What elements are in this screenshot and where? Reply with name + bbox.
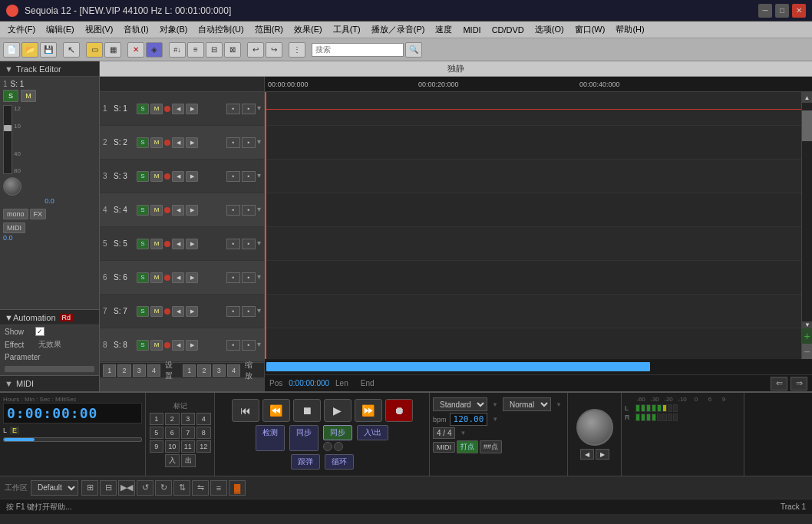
timeline-track-8[interactable] [265, 328, 801, 359]
ws-icon-4[interactable]: ↺ [137, 480, 153, 496]
track-7-expand[interactable]: ▾ [257, 306, 261, 317]
track-2-btn2[interactable]: ▪ [242, 137, 256, 148]
workspace-select[interactable]: Default [31, 480, 78, 496]
scroll-thumb[interactable] [802, 110, 812, 141]
loop-button[interactable]: 循环 [325, 454, 354, 470]
track-3-expand[interactable]: ▾ [257, 171, 261, 182]
pan-knob[interactable] [3, 177, 21, 196]
marker-9[interactable]: 9 [150, 440, 164, 453]
track-4-solo[interactable]: S [137, 205, 149, 216]
track-1-solo[interactable]: S [137, 104, 149, 114]
timeline-track-1[interactable] [265, 92, 801, 126]
track-8-solo[interactable]: S [137, 340, 149, 351]
solo-button[interactable]: S [3, 90, 18, 102]
search-button[interactable]: 🔍 [405, 42, 422, 58]
track-8-btn1[interactable]: ▪ [226, 340, 240, 351]
marker-11[interactable]: 11 [181, 440, 196, 453]
track-2-out[interactable]: ▶ [186, 137, 198, 148]
track-1-out[interactable]: ▶ [186, 104, 198, 114]
track-6-solo[interactable]: S [137, 272, 149, 283]
track-4-expand[interactable]: ▾ [257, 205, 261, 216]
menu-track[interactable]: 音轨(I) [119, 22, 153, 37]
track-8-mute[interactable]: M [150, 340, 163, 351]
track-1-expand[interactable]: ▾ [257, 104, 261, 114]
midi-button[interactable]: MIDI [3, 222, 25, 233]
in-marker-btn[interactable]: 入 [165, 454, 180, 467]
menu-options[interactable]: 选项(O) [530, 22, 569, 37]
track-3-btn1[interactable]: ▪ [226, 171, 240, 182]
track-2-solo[interactable]: S [137, 137, 149, 148]
track-5-btn2[interactable]: ▪ [242, 239, 256, 249]
toolbar-align2[interactable]: ⊟ [206, 42, 223, 58]
track-6-expand[interactable]: ▾ [257, 272, 261, 283]
track-8-in[interactable]: ◀ [172, 340, 184, 351]
add-track-btn[interactable]: + [802, 328, 812, 344]
rd-button[interactable]: Rd [59, 314, 74, 321]
track-1-btn2[interactable]: ▪ [242, 104, 256, 114]
timeline-scroll-area[interactable] [265, 359, 812, 374]
toolbar-new[interactable]: 📄 [3, 42, 20, 58]
pg-btn-r1[interactable]: 1 [183, 364, 196, 377]
menu-view[interactable]: 视图(V) [81, 22, 118, 37]
track-2-btn1[interactable]: ▪ [226, 137, 240, 148]
track-7-btn2[interactable]: ▪ [242, 306, 256, 317]
track-6-out[interactable]: ▶ [186, 272, 198, 283]
ws-icon-3[interactable]: ▶◀ [118, 480, 135, 496]
scroll-down-btn[interactable]: ▼ [802, 321, 812, 328]
pg-btn-r2[interactable]: 2 [197, 364, 210, 377]
mute-button[interactable]: M [21, 90, 36, 102]
minimize-button[interactable]: ─ [758, 4, 772, 18]
midi-mode-btn[interactable]: MIDI [433, 442, 455, 453]
out-marker-btn[interactable]: 出 [181, 454, 196, 467]
track-7-btn1[interactable]: ▪ [226, 306, 240, 317]
marker-10[interactable]: 10 [165, 440, 180, 453]
master-knob[interactable] [576, 409, 613, 446]
toolbar-cursor[interactable]: ↖ [63, 42, 80, 58]
toolbar-cross1[interactable]: ✕ [127, 42, 144, 58]
fx-button[interactable]: FX [30, 209, 47, 219]
menu-window[interactable]: 窗口(W) [570, 22, 610, 37]
timeline-track-3[interactable] [265, 160, 801, 193]
track-1-in[interactable]: ◀ [172, 104, 184, 114]
track-6-mute[interactable]: M [150, 272, 163, 283]
timeline-track-6[interactable] [265, 261, 801, 295]
menu-range[interactable]: 范围(R) [250, 22, 288, 37]
track-3-btn2[interactable]: ▪ [242, 171, 256, 182]
toolbar-snap[interactable]: #↓ [169, 42, 186, 58]
automation-slider[interactable] [5, 366, 94, 372]
ws-icon-1[interactable]: ⊞ [81, 480, 98, 496]
timeline-track-4[interactable] [265, 193, 801, 227]
marker-6[interactable]: 6 [165, 427, 180, 439]
menu-tools[interactable]: 工具(T) [328, 22, 365, 37]
detect-button[interactable]: 检测 [256, 425, 285, 451]
track-8-expand[interactable]: ▾ [257, 340, 261, 351]
scroll-up-btn[interactable]: ▲ [802, 92, 812, 103]
toolbar-align3[interactable]: ⊠ [224, 42, 241, 58]
automation-arrow[interactable]: ▼ [5, 313, 13, 322]
track-3-solo[interactable]: S [137, 171, 149, 182]
collapse-btn[interactable]: ─ [802, 344, 812, 359]
menu-object[interactable]: 对象(B) [155, 22, 193, 37]
sync-button[interactable]: 同步 [289, 425, 319, 451]
toolbar-cross2[interactable]: ◈ [146, 42, 163, 58]
track-6-btn2[interactable]: ▪ [242, 272, 256, 283]
mode-normal-select[interactable]: Normal [503, 397, 551, 411]
in-out-button[interactable]: 入\出 [357, 425, 388, 440]
toolbar-yellow[interactable]: ▭ [86, 42, 103, 58]
timeline-track-7[interactable] [265, 295, 801, 328]
track-7-out[interactable]: ▶ [186, 306, 198, 317]
marker-5[interactable]: 5 [150, 427, 164, 439]
track-6-in[interactable]: ◀ [172, 272, 184, 283]
sync-active-button[interactable]: 同步 [323, 425, 352, 440]
track-3-out[interactable]: ▶ [186, 171, 198, 182]
toolbar-align1[interactable]: ≡ [187, 42, 204, 58]
ws-icon-6[interactable]: ⇅ [173, 480, 190, 496]
timeline-track-2[interactable] [265, 126, 801, 160]
track-2-mute[interactable]: M [150, 137, 163, 148]
rewind-button[interactable]: ⏪ [262, 399, 290, 422]
marker-8[interactable]: 8 [196, 427, 211, 439]
nav-right[interactable]: ⇒ [791, 377, 807, 391]
track-4-mute[interactable]: M [150, 205, 163, 216]
marker-7[interactable]: 7 [181, 427, 196, 439]
toolbar-redo[interactable]: ↪ [266, 42, 282, 58]
